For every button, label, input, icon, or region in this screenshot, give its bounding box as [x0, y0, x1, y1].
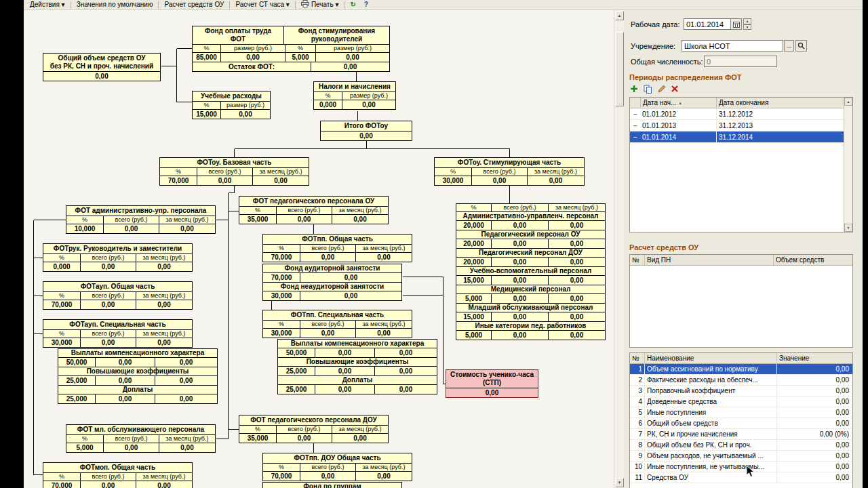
box-value-cell[interactable]: 0,00 — [315, 348, 375, 357]
name-column-header[interactable]: Наименование — [645, 353, 777, 363]
box-value-cell[interactable]: 0,00 — [549, 276, 605, 285]
box-value-cell[interactable]: 0,00 — [549, 331, 605, 340]
indicator-row[interactable]: 1Объем ассигнований по нормативу0,00 — [630, 364, 852, 375]
indicator-row[interactable]: 4Доведенные средства0,00 — [630, 396, 852, 407]
box-value-cell[interactable]: 0,00 — [277, 434, 332, 443]
indicator-value[interactable]: 0,00 — [777, 407, 852, 418]
calendar-icon[interactable] — [730, 18, 742, 30]
box-value-cell[interactable]: 0,00 — [492, 331, 549, 340]
indicator-value[interactable]: 0,00 — [777, 451, 852, 461]
indicator-row[interactable]: 11Средства ОУ0,00 — [630, 472, 852, 483]
box-value-cell[interactable]: 0,00 — [492, 239, 549, 248]
box-value-cell[interactable]: 5,000 — [456, 331, 492, 340]
indicator-row[interactable]: 5Иные поступления0,00 — [630, 407, 852, 418]
box-value-cell[interactable]: 0,00 — [492, 258, 549, 266]
indicator-value[interactable]: 0,00 — [777, 375, 852, 385]
box-value-cell[interactable]: 15,000 — [456, 276, 492, 285]
refresh-icon[interactable]: ↻ — [346, 0, 359, 9]
indicator-value[interactable]: 0,00 — [777, 396, 852, 407]
box-value-cell[interactable]: 0,00 — [81, 338, 136, 347]
box-value-cell[interactable]: 0,00 — [104, 443, 159, 452]
box-total-value[interactable]: 0,00 — [446, 388, 538, 397]
indicator-row[interactable]: 8Общий объем без РК, СН и проч.0,00 — [630, 440, 852, 451]
toolbar-button[interactable]: Расчет СТ часа ▾ — [231, 0, 294, 9]
indicator-name[interactable]: Объем расходов, не учитываемый ... — [645, 451, 777, 461]
box-value-cell[interactable]: 30,000 — [263, 291, 300, 300]
box-value-cell[interactable]: 20,000 — [456, 239, 492, 248]
indicator-name[interactable]: Иные поступления, не учитываемы... — [645, 462, 777, 472]
box-value-cell[interactable]: 0,00 — [81, 262, 136, 271]
box-value-cell[interactable]: 0,00 — [549, 258, 605, 266]
period-start-date[interactable]: 01.01.2014 — [641, 131, 717, 142]
box-value-cell[interactable]: 20,000 — [456, 258, 492, 266]
working-date-input[interactable]: 01.01.2014 — [684, 18, 731, 30]
box-value-cell[interactable]: 0,000 — [43, 262, 81, 271]
toolbar-button[interactable]: Значения по умолчанию — [73, 0, 157, 9]
box-value-cell[interactable]: 30,000 — [43, 338, 81, 347]
box-value-cell[interactable]: 25,000 — [278, 367, 315, 375]
box-value-cell[interactable]: 0,00 — [155, 358, 217, 367]
box-value-cell[interactable]: 35,000 — [239, 434, 277, 443]
box-total-value[interactable]: 0,00 — [321, 131, 412, 140]
box-value-cell[interactable]: 50,000 — [278, 348, 315, 357]
box-value-cell[interactable]: 0,00 — [81, 481, 136, 488]
period-end-date[interactable]: 31.12.2013 — [717, 120, 844, 131]
box-value-cell[interactable]: 70,000 — [263, 472, 300, 481]
box-value-cell[interactable]: 20,000 — [456, 221, 492, 230]
date-spinner[interactable]: ▲▼ — [743, 18, 751, 30]
box-value-cell[interactable]: 85,000 — [193, 53, 221, 62]
box-value-cell[interactable]: 0,00 — [300, 273, 401, 282]
indicator-value[interactable]: 0,00 — [777, 440, 852, 450]
indicator-value[interactable]: 0,00 (0%) — [777, 429, 852, 439]
box-value-cell[interactable]: Остаток ФОТ: — [193, 62, 311, 71]
indicator-row[interactable]: 2Фактические расходы на обеспеч...0,00 — [630, 375, 852, 386]
period-row[interactable]: −01.01.201231.12.2012 — [630, 108, 844, 120]
box-value-cell[interactable]: 0,00 — [155, 376, 217, 385]
indicator-name[interactable]: Поправочный коэффициент — [645, 386, 777, 396]
box-value-cell[interactable]: 0,00 — [492, 294, 549, 303]
box-value-cell[interactable]: 5,000 — [66, 443, 104, 452]
box-value-cell[interactable]: 0,00 — [549, 239, 605, 248]
box-value-cell[interactable]: 0,00 — [159, 224, 215, 233]
box-value-cell[interactable]: 0,00 — [528, 176, 584, 185]
indicator-name[interactable]: Иные поступления — [645, 407, 777, 418]
scrollbar-thumb[interactable] — [615, 32, 624, 106]
box-value-cell[interactable]: 25,000 — [278, 385, 315, 394]
period-end-date[interactable]: 31.12.2014 — [717, 131, 844, 142]
choose-button[interactable]: ... — [784, 40, 794, 52]
toolbar-button[interactable]: Печать ▾ — [297, 0, 343, 9]
box-value-cell[interactable]: 0,00 — [96, 358, 155, 367]
box-value-cell[interactable]: 5,000 — [456, 294, 492, 303]
indicator-value[interactable]: 0,00 — [777, 364, 852, 374]
box-value-cell[interactable]: 35,000 — [239, 215, 277, 224]
box-value-cell[interactable]: 0,00 — [221, 53, 285, 62]
scroll-up-icon[interactable]: ▲ — [844, 98, 852, 106]
indicator-value[interactable]: 0,00 — [777, 472, 852, 483]
box-value-cell[interactable]: 10,000 — [66, 224, 104, 233]
box-value-cell[interactable]: 0,00 — [472, 176, 528, 185]
box-value-cell[interactable]: 0,00 — [356, 472, 412, 481]
box-value-cell[interactable]: 0,00 — [96, 376, 155, 385]
box-value-cell[interactable]: 0,00 — [277, 215, 332, 224]
box-value-cell[interactable]: 50,000 — [58, 358, 96, 367]
box-value-cell[interactable]: 15,000 — [193, 110, 221, 119]
box-value-cell[interactable]: 0,00 — [356, 253, 412, 262]
delete-icon[interactable] — [669, 83, 681, 94]
box-value-cell[interactable]: 30,000 — [435, 176, 472, 185]
indicator-row[interactable]: 6Общий объем средств0,00 — [630, 418, 852, 429]
box-value-cell[interactable]: 0,00 — [342, 100, 395, 109]
box-value-cell[interactable]: 0,00 — [300, 253, 356, 262]
box-value-cell[interactable]: 0,00 — [356, 329, 412, 338]
box-value-cell[interactable]: 0,00 — [492, 312, 549, 321]
periods-scrollbar[interactable]: ▲ ▼ — [844, 98, 852, 232]
box-value-cell[interactable]: 0,00 — [300, 291, 401, 300]
scroll-up-icon[interactable]: ▲ — [615, 11, 624, 20]
box-value-cell[interactable]: 70,000 — [43, 300, 81, 309]
main-scrollbar[interactable]: ▲ ▼ — [614, 10, 624, 488]
indicator-row[interactable]: 9Объем расходов, не учитываемый ...0,00 — [630, 451, 852, 462]
box-value-cell[interactable]: 0,00 — [136, 262, 192, 271]
box-value-cell[interactable]: 0,00 — [375, 385, 437, 394]
period-start-date[interactable]: 01.01.2012 — [641, 108, 717, 119]
indicator-value[interactable]: 0,00 — [777, 462, 852, 472]
box-value-cell[interactable]: 0,00 — [375, 348, 437, 357]
